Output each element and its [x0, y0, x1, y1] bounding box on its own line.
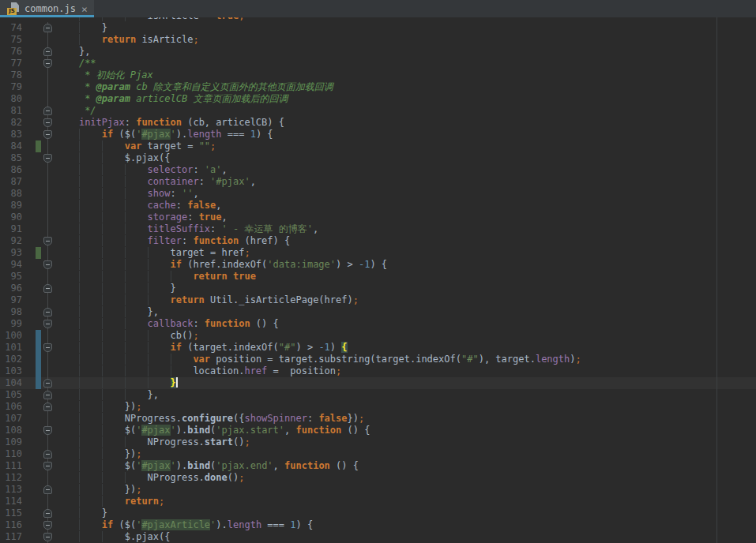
line-number: 117	[0, 531, 22, 543]
code-line[interactable]: 93 target = href;	[0, 247, 756, 259]
code-line[interactable]: 84 var target = "";	[0, 140, 756, 152]
line-number: 116	[0, 519, 22, 531]
fold-marker-icon[interactable]	[43, 130, 52, 139]
code-line[interactable]: 97 return Util._isArticlePage(href);	[0, 294, 756, 306]
line-number: 79	[0, 81, 22, 93]
fold-marker-icon[interactable]	[43, 118, 52, 127]
fold-marker-icon[interactable]	[43, 533, 52, 541]
code-line[interactable]: 109 NProgress.start();	[0, 436, 756, 448]
code-line[interactable]: 86 selector: 'a',	[0, 164, 756, 176]
code-text: $.pjax({	[56, 152, 171, 164]
code-text: selector: 'a',	[56, 164, 228, 176]
code-line[interactable]: 98 },	[0, 306, 756, 318]
code-line[interactable]: 94 if (href.indexOf('data:image') > -1) …	[0, 259, 756, 271]
code-text: NProgress.start();	[56, 436, 250, 448]
code-line[interactable]: 110 });	[0, 448, 756, 460]
fold-marker-icon[interactable]	[43, 462, 52, 470]
code-text: $('#pjax').bind('pjax.end', function () …	[56, 460, 359, 472]
code-line[interactable]: 102 var position = target.substring(targ…	[0, 354, 756, 365]
fold-marker-icon[interactable]	[43, 343, 52, 352]
code-line[interactable]: 114 return;	[0, 496, 756, 507]
code-line[interactable]: 112 NProgress.done();	[0, 472, 756, 484]
line-number: 81	[0, 105, 22, 117]
code-line[interactable]: 78 * 初始化 Pjax	[0, 69, 756, 81]
code-line[interactable]: 89 cache: false,	[0, 200, 756, 212]
code-text: titleSuffix: ' - 幸运草 的博客',	[56, 223, 318, 235]
code-line[interactable]: 106 });	[0, 401, 756, 413]
code-line[interactable]: 92 filter: function (href) {	[0, 235, 756, 247]
code-line[interactable]: 77 /**	[0, 58, 756, 69]
fold-marker-icon[interactable]	[43, 320, 52, 328]
line-number: 82	[0, 117, 22, 129]
fold-marker-icon[interactable]	[43, 403, 52, 411]
fold-marker-icon[interactable]	[43, 509, 52, 518]
line-number: 108	[0, 425, 22, 436]
fold-marker-icon[interactable]	[43, 379, 52, 388]
gutter: 113	[0, 484, 56, 496]
code-line[interactable]: 95 return true	[0, 271, 756, 283]
gutter: 82	[0, 117, 56, 129]
line-number: 85	[0, 152, 22, 164]
gutter: 77	[0, 58, 56, 69]
code-text: * @param articelCB 文章页面加载后的回调	[56, 93, 288, 105]
fold-marker-icon[interactable]	[43, 260, 52, 269]
fold-marker-icon[interactable]	[43, 107, 52, 115]
gutter: 99	[0, 318, 56, 330]
fold-marker-icon[interactable]	[43, 154, 52, 163]
code-line[interactable]: 75 return isArticle;	[0, 34, 756, 46]
line-number: 74	[0, 22, 22, 34]
code-line[interactable]: 87 container: '#pjax',	[0, 176, 756, 188]
line-number: 97	[0, 294, 22, 306]
code-line[interactable]: 108 $('#pjax').bind('pjax.start', functi…	[0, 425, 756, 436]
code-line[interactable]: 105 },	[0, 389, 756, 401]
line-number: 75	[0, 34, 22, 46]
code-line[interactable]: 80 * @param articelCB 文章页面加载后的回调	[0, 93, 756, 105]
editor-tab-bar: JS common.js ×	[0, 0, 756, 17]
tab-common-js[interactable]: JS common.js ×	[0, 0, 94, 17]
code-line[interactable]: 111 $('#pjax').bind('pjax.end', function…	[0, 460, 756, 472]
line-number: 107	[0, 413, 22, 425]
code-line[interactable]: 115 }	[0, 507, 756, 519]
code-line[interactable]: 100 cb();	[0, 330, 756, 342]
code-line[interactable]: 101 if (target.indexOf("#") > -1) {	[0, 342, 756, 354]
fold-marker-icon[interactable]	[43, 47, 52, 56]
fold-marker-icon[interactable]	[43, 485, 52, 494]
fold-marker-icon[interactable]	[43, 391, 52, 399]
code-line[interactable]: 107 NProgress.configure({showSpinner: fa…	[0, 413, 756, 425]
code-line[interactable]: 91 titleSuffix: ' - 幸运草 的博客',	[0, 223, 756, 235]
code-line[interactable]: 90 storage: true,	[0, 212, 756, 223]
code-line[interactable]: 103 location.href = position;	[0, 365, 756, 377]
fold-marker-icon[interactable]	[43, 24, 52, 32]
code-line[interactable]: 104 }	[0, 377, 756, 389]
code-line[interactable]: 79 * @param cb 除文章和自定义页面外的其他页面加载回调	[0, 81, 756, 93]
line-number: 110	[0, 448, 22, 460]
gutter: 94	[0, 259, 56, 271]
gutter: 105	[0, 389, 56, 401]
code-text: if ($('#pjaxArticle').length === 1) {	[56, 519, 313, 531]
fold-marker-icon[interactable]	[43, 59, 52, 68]
editor[interactable]: 73 isArticle = true;74 }75 return isArti…	[0, 17, 756, 543]
code-line[interactable]: 116 if ($('#pjaxArticle').length === 1) …	[0, 519, 756, 531]
line-number: 114	[0, 496, 22, 507]
code-line[interactable]: 81 */	[0, 105, 756, 117]
code-line[interactable]: 83 if ($('#pjax').length === 1) {	[0, 129, 756, 140]
change-marker	[36, 377, 41, 389]
code-line[interactable]: 113 });	[0, 484, 756, 496]
fold-marker-icon[interactable]	[43, 237, 52, 245]
code-line[interactable]: 74 }	[0, 22, 756, 34]
code-line[interactable]: 117 $.pjax({	[0, 531, 756, 543]
fold-marker-icon[interactable]	[43, 284, 52, 293]
close-icon[interactable]: ×	[81, 2, 88, 17]
code-line[interactable]: 96 }	[0, 283, 756, 294]
code-text: });	[56, 484, 141, 496]
code-text: target = href;	[56, 247, 250, 259]
code-line[interactable]: 82 initPjax: function (cb, articelCB) {	[0, 117, 756, 129]
fold-marker-icon[interactable]	[43, 450, 52, 459]
code-line[interactable]: 99 callback: function () {	[0, 318, 756, 330]
code-line[interactable]: 85 $.pjax({	[0, 152, 756, 164]
code-line[interactable]: 76 },	[0, 46, 756, 58]
code-line[interactable]: 88 show: '',	[0, 188, 756, 200]
fold-marker-icon[interactable]	[43, 521, 52, 530]
fold-marker-icon[interactable]	[43, 308, 52, 316]
fold-marker-icon[interactable]	[43, 426, 52, 435]
